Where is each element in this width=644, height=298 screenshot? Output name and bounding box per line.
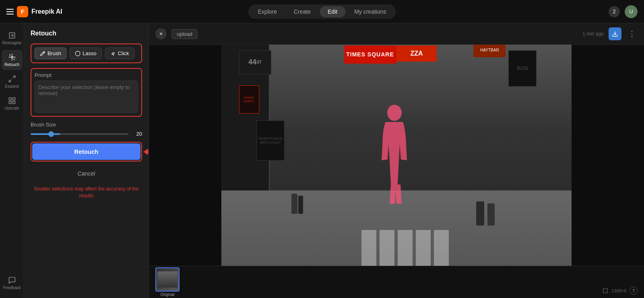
svg-rect-3 — [603, 289, 608, 293]
image-dimensions: 1368×9 — [611, 288, 626, 293]
nav-tabs: Explore Create Edit My creations — [248, 4, 396, 19]
tab-explore[interactable]: Explore — [250, 6, 285, 17]
click-icon — [110, 51, 116, 56]
arrow-head — [143, 149, 148, 155]
brush-size-row: 20 — [31, 131, 142, 137]
main-layout: Reimagine Retouch Expand Upscale — [0, 23, 644, 298]
retouch-action-area: Retouch — [31, 142, 142, 161]
tab-edit[interactable]: Edit — [320, 6, 345, 17]
retouch-button-wrapper: Retouch — [31, 142, 142, 161]
lasso-icon — [75, 51, 80, 56]
icon-sidebar: Reimagine Retouch Expand Upscale — [0, 23, 24, 298]
canvas-right-toolbar: 1 min ago ⋮ — [582, 27, 638, 40]
hamburger-menu[interactable] — [6, 9, 14, 14]
image-container: 44ST TIMES SQUARE ZZA HAYTBAR BLDG — [149, 45, 644, 266]
sidebar-item-reimagine[interactable]: Reimagine — [2, 28, 23, 48]
main-image[interactable]: 44ST TIMES SQUARE ZZA HAYTBAR BLDG — [221, 45, 572, 266]
feedback-icon — [8, 276, 16, 284]
panel-title: Retouch — [31, 30, 142, 37]
help-button[interactable]: ? — [630, 287, 638, 295]
svg-point-2 — [387, 105, 402, 121]
download-button[interactable] — [609, 27, 621, 40]
tab-create[interactable]: Create — [286, 6, 319, 17]
sidebar-item-upscale[interactable]: Upscale — [2, 93, 23, 114]
top-navbar: F Freepik AI Explore Create Edit My crea… — [0, 0, 644, 23]
arrow-indicator — [143, 149, 149, 155]
lasso-tool-button[interactable]: Lasso — [70, 48, 102, 59]
pink-silhouette — [376, 104, 414, 205]
reimagine-icon — [8, 31, 16, 39]
close-button[interactable]: × — [155, 28, 167, 39]
tab-my-creations[interactable]: My creations — [346, 6, 394, 17]
warning-text: Smaller selections may affect the accura… — [31, 186, 142, 199]
user-avatar[interactable]: U — [625, 5, 638, 18]
logo-icon: F — [17, 6, 28, 17]
upload-button[interactable]: upload — [171, 29, 198, 39]
canvas-toolbar: × upload 1 min ago ⋮ — [149, 23, 644, 45]
logo-text: Freepik AI — [31, 8, 62, 15]
prompt-section: Prompt — [31, 68, 142, 117]
logo-area: F Freepik AI — [6, 6, 87, 17]
bottom-right-info: 1368×9 ? — [603, 287, 638, 295]
sidebar-item-retouch[interactable]: Retouch — [2, 50, 23, 70]
retouch-icon — [8, 53, 16, 61]
canvas-area: × upload 1 min ago ⋮ — [149, 23, 644, 298]
cancel-button[interactable]: Cancel — [31, 166, 142, 181]
filmstrip-label: Original — [161, 292, 174, 297]
selection-tools-group: Brush Lasso Click — [31, 43, 142, 63]
notification-badge[interactable]: 2 — [609, 6, 620, 17]
brush-tool-button[interactable]: Brush — [35, 48, 66, 59]
svg-point-0 — [11, 56, 13, 58]
brush-size-section: Brush Size 20 — [31, 122, 142, 137]
brush-size-value: 20 — [132, 131, 142, 137]
expand-icon — [8, 75, 16, 83]
sidebar-feedback[interactable]: Feedback — [2, 273, 23, 293]
click-tool-button[interactable]: Click — [105, 48, 134, 59]
dimensions-icon — [603, 288, 608, 294]
sidebar-item-expand[interactable]: Expand — [2, 72, 23, 92]
brush-size-label: Brush Size — [31, 122, 142, 128]
prompt-label: Prompt — [35, 72, 138, 78]
prompt-textarea[interactable] — [35, 81, 138, 113]
download-icon — [612, 31, 618, 37]
brush-size-slider[interactable] — [31, 133, 128, 135]
brush-icon — [40, 51, 45, 56]
retouch-panel: Retouch Brush Lasso Click — [24, 23, 149, 298]
filmstrip-item[interactable]: Original — [155, 267, 180, 297]
timestamp: 1 min ago — [582, 31, 604, 37]
nav-right: 2 U — [609, 5, 638, 18]
filmstrip: Original 1368×9 ? — [149, 266, 644, 298]
retouch-button[interactable]: Retouch — [32, 143, 140, 160]
upscale-icon — [8, 97, 16, 105]
more-options-button[interactable]: ⋮ — [626, 28, 638, 39]
